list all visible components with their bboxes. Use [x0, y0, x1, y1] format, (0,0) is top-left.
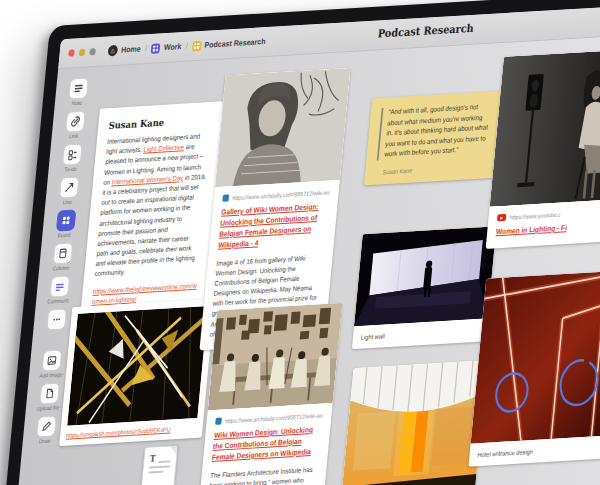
link-source-row: https://www.archdaily.com/955712/wiki-wo… [222, 188, 330, 201]
image-card-light-wall[interactable]: Light wall [352, 226, 497, 349]
note-body: International lighting designers and lig… [92, 131, 212, 307]
comment-icon [49, 275, 69, 297]
tool-note[interactable]: Note [67, 77, 88, 106]
breadcrumb-home[interactable]: ⌂ Home [107, 43, 141, 56]
column-icon [52, 242, 72, 264]
add-image-icon [42, 349, 62, 371]
link-url: https://www.archdaily.com/955712/wiki-wo… [232, 189, 330, 201]
note-icon [68, 77, 88, 99]
breadcrumb-separator: / [185, 42, 188, 51]
note-text: in 2019, it is a celebratory project tha… [94, 173, 206, 278]
breadcrumb-current-board[interactable]: Podcast Research [192, 37, 266, 51]
minimize-window-button[interactable] [79, 49, 86, 56]
breadcrumb-home-label: Home [121, 44, 141, 54]
link-description: The Flanders Architecture Institute has … [206, 464, 318, 485]
breadcrumb: ⌂ Home / Work / Podcast Research [107, 36, 266, 56]
breadcrumb-work-label: Work [163, 42, 181, 52]
window-controls [68, 48, 96, 57]
link-source-row: ▶ https://www.youtube.c [497, 207, 600, 221]
quote-text: “And with it all, good design's not abou… [384, 101, 491, 160]
document-preview-lines: T [149, 453, 171, 463]
tool-link[interactable]: Link [64, 110, 85, 139]
note-inline-link-womens-day[interactable]: International Women's Day [111, 174, 183, 185]
note-title: Susan Kane [108, 114, 213, 131]
tool-more[interactable] [46, 308, 67, 331]
board-icon [55, 209, 75, 231]
breadcrumb-work[interactable]: Work [151, 42, 182, 54]
link-card-archdaily-article[interactable]: https://www.archdaily.com/955712/wiki-wo… [196, 303, 342, 485]
note-card-susan-kane[interactable]: Susan Kane International lighting design… [80, 101, 225, 320]
page-fold-icon [169, 446, 177, 454]
hotel-entrance-image [471, 271, 600, 444]
todo-icon [62, 143, 82, 165]
video-thumbnail [490, 49, 600, 207]
tool-upload-file[interactable]: Upload file [36, 382, 62, 411]
close-window-button[interactable] [68, 49, 75, 56]
board-icon [151, 43, 161, 54]
link-title[interactable]: Women in Lighting - Fi [495, 220, 600, 238]
tool-board[interactable]: Board [55, 209, 76, 238]
link-card-youtube-video[interactable]: ▶ https://www.youtube.c Women in Lightin… [486, 49, 600, 249]
quote-bar [377, 108, 384, 161]
link-title[interactable]: Gallery of Wiki Women Design: Unlocking … [218, 201, 329, 251]
tool-line[interactable]: Line [58, 176, 79, 205]
tool-comment[interactable]: Comment [47, 275, 71, 304]
link-source-row: https://www.archdaily.com/955712/wiki-wo… [215, 412, 323, 425]
image-card-hotel-entrance[interactable]: Hotel entrance design [468, 271, 600, 467]
unsplash-url-link[interactable]: https://unsplash.com/photos/rSudd9EKxPU [66, 424, 197, 439]
link-url: https://www.youtube.c [509, 211, 561, 220]
orange-interior-image [341, 360, 487, 485]
youtube-play-icon: ▶ [497, 214, 506, 222]
note-inline-link-light-collective[interactable]: Light Collective [143, 144, 184, 153]
tool-todo[interactable]: To-do [61, 143, 82, 172]
portrait-photo [215, 68, 351, 187]
line-arrow-icon [59, 176, 79, 198]
home-icon: ⌂ [107, 45, 118, 57]
zoom-window-button[interactable] [89, 48, 96, 55]
document-card[interactable]: T [140, 445, 178, 485]
image-card-orange-interior[interactable] [341, 360, 487, 485]
gold-sculpture-image [67, 306, 208, 426]
quote-note-card[interactable]: “And with it all, good design's not abou… [364, 91, 502, 185]
more-icon [46, 308, 66, 330]
upload-file-icon [39, 382, 59, 404]
studio-photo [208, 303, 342, 410]
light-wall-image [354, 226, 497, 326]
tool-column[interactable]: Column [52, 242, 73, 271]
milanote-app-window: ⌂ Home / Work / Podcast Research Podcast… [0, 0, 600, 485]
quote-attribution: Susan Kane [382, 162, 485, 175]
link-icon [65, 110, 85, 132]
tool-draw[interactable]: Draw [35, 415, 56, 444]
pencil-icon [36, 415, 56, 437]
board-canvas[interactable]: Susan Kane International lighting design… [39, 29, 600, 485]
link-title[interactable]: Wiki Women Design: Unlocking the Contrib… [211, 425, 321, 464]
toolbar-group-gap [54, 336, 55, 345]
image-card-gold-sculpture[interactable]: https://unsplash.com/photos/rSudd9EKxPU [59, 299, 215, 446]
breadcrumb-separator: / [145, 44, 148, 53]
board-title: Podcast Research [372, 22, 479, 41]
link-url: https://www.archdaily.com/955712/wiki-wo… [225, 412, 323, 424]
tool-add-image[interactable]: Add image [39, 349, 65, 378]
breadcrumb-current-label: Podcast Research [204, 37, 266, 50]
archdaily-favicon-icon [222, 194, 229, 201]
laptop-screen: ⌂ Home / Work / Podcast Research Podcast… [0, 0, 600, 485]
archdaily-favicon-icon [215, 418, 222, 425]
board-icon [192, 40, 202, 51]
